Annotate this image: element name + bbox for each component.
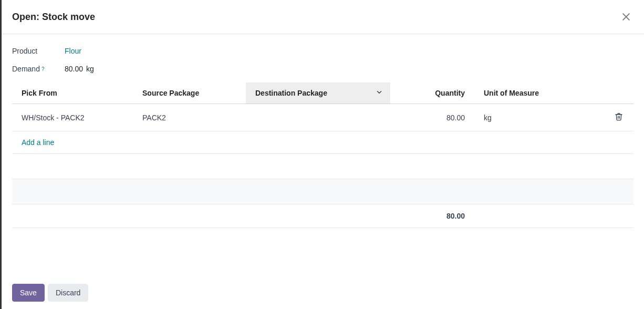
- add-line-link[interactable]: Add a line: [22, 138, 54, 147]
- close-icon: [621, 12, 631, 22]
- add-line-row: Add a line: [12, 131, 633, 154]
- cell-destination-package[interactable]: [246, 104, 390, 131]
- product-link[interactable]: Flour: [65, 47, 81, 55]
- total-bar: [12, 179, 633, 204]
- discard-button[interactable]: Discard: [48, 284, 88, 302]
- cell-uom[interactable]: kg: [474, 104, 604, 131]
- stock-move-modal: Open: Stock move Product Flour Demand ? …: [0, 0, 644, 309]
- demand-value-wrap: 80.00 kg: [65, 65, 94, 73]
- product-label: Product: [12, 47, 65, 55]
- demand-row: Demand ? 80.00 kg: [12, 65, 633, 73]
- detail-table: Pick From Source Package Destination Pac…: [12, 83, 633, 228]
- detail-table-wrap: Pick From Source Package Destination Pac…: [12, 83, 633, 228]
- col-uom[interactable]: Unit of Measure: [474, 83, 604, 104]
- demand-label: Demand ?: [12, 65, 65, 73]
- modal-footer: Save Discard: [2, 277, 644, 309]
- demand-help-icon[interactable]: ?: [41, 66, 45, 72]
- modal-title: Open: Stock move: [12, 12, 95, 23]
- save-button[interactable]: Save: [12, 284, 45, 302]
- chevron-down-icon: [376, 89, 383, 98]
- col-actions: [604, 83, 633, 104]
- product-row: Product Flour: [12, 47, 633, 55]
- cell-source-package[interactable]: PACK2: [133, 104, 246, 131]
- demand-value: 80.00: [65, 65, 83, 73]
- demand-unit: kg: [86, 65, 94, 73]
- delete-row-button[interactable]: [614, 111, 624, 123]
- modal-body: Product Flour Demand ? 80.00 kg: [2, 34, 644, 277]
- cell-pick-from[interactable]: WH/Stock - PACK2: [12, 104, 133, 131]
- cell-quantity[interactable]: 80.00: [390, 104, 474, 131]
- trash-icon: [615, 112, 623, 121]
- col-destination-package[interactable]: Destination Package: [246, 83, 390, 104]
- total-quantity: 80.00: [390, 204, 474, 228]
- col-source-package[interactable]: Source Package: [133, 83, 246, 104]
- empty-row: [12, 154, 633, 179]
- close-button[interactable]: [619, 9, 633, 24]
- total-row: 80.00: [12, 204, 633, 228]
- col-pick-from[interactable]: Pick From: [12, 83, 133, 104]
- table-row[interactable]: WH/Stock - PACK2 PACK2 80.00 kg: [12, 104, 633, 131]
- table-header-row: Pick From Source Package Destination Pac…: [12, 83, 633, 104]
- modal-header: Open: Stock move: [2, 0, 644, 34]
- col-quantity[interactable]: Quantity: [390, 83, 474, 104]
